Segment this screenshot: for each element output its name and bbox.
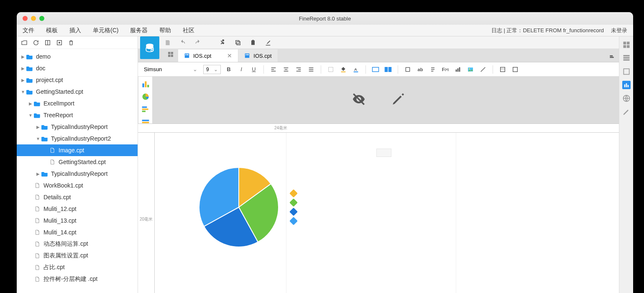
insert-richtext-icon[interactable] bbox=[428, 65, 437, 74]
tree-folder[interactable]: ▶doc bbox=[17, 62, 138, 74]
tree-file[interactable]: WorkBook1.cpt bbox=[17, 180, 138, 191]
menu-insert[interactable]: 插入 bbox=[69, 27, 81, 34]
tab-inactive[interactable]: IOS.cpt bbox=[238, 49, 278, 62]
edit-panel-icon[interactable] bbox=[622, 108, 631, 116]
new-tab-icon[interactable] bbox=[163, 49, 178, 62]
ruler-v-label: 20毫米 bbox=[140, 216, 153, 222]
chart-pie-icon[interactable] bbox=[141, 93, 150, 101]
insert-slope-icon[interactable] bbox=[478, 65, 488, 74]
view1-icon[interactable] bbox=[44, 39, 51, 46]
font-size-selector[interactable]: 9⌄ bbox=[203, 65, 221, 74]
refresh-icon[interactable] bbox=[33, 39, 39, 46]
align-right-icon[interactable] bbox=[294, 65, 303, 74]
tree-folder[interactable]: ▶TypicalIndustryReport bbox=[17, 168, 138, 180]
svg-rect-69 bbox=[627, 85, 629, 87]
insert-image-icon[interactable] bbox=[466, 65, 475, 74]
delete-icon[interactable] bbox=[68, 39, 74, 46]
view2-icon[interactable] bbox=[56, 39, 63, 46]
svg-rect-61 bbox=[623, 45, 626, 48]
tree-folder[interactable]: ▶project.cpt bbox=[17, 74, 138, 86]
visibility-off-icon[interactable] bbox=[352, 92, 366, 108]
tree-folder[interactable]: ▶TypicalIndustryReport bbox=[17, 121, 138, 133]
status-text: 日志 | 正常：DELETE FROM fr_functionrecord bbox=[491, 27, 604, 34]
svg-rect-22 bbox=[341, 71, 346, 72]
svg-rect-30 bbox=[406, 68, 409, 71]
redo-icon[interactable] bbox=[193, 38, 202, 47]
border-icon[interactable] bbox=[326, 65, 335, 74]
tree-file[interactable]: Muliti_12.cpt bbox=[17, 203, 138, 215]
tree-file[interactable]: Muliti_13.cpt bbox=[17, 215, 138, 226]
login-status[interactable]: 未登录 bbox=[611, 27, 627, 34]
tree-file[interactable]: GettingStarted.cpt bbox=[17, 156, 138, 168]
minimize-icon[interactable] bbox=[31, 16, 36, 21]
tree-file[interactable]: Details.cpt bbox=[17, 191, 138, 203]
bold-icon[interactable]: B bbox=[224, 65, 233, 74]
chart-panel-icon[interactable] bbox=[622, 81, 631, 89]
unmerge-icon[interactable] bbox=[383, 65, 393, 74]
tab-overflow-icon[interactable] bbox=[607, 53, 616, 62]
svg-rect-60 bbox=[626, 42, 629, 45]
merge-icon[interactable] bbox=[371, 65, 380, 74]
copy-icon[interactable] bbox=[233, 38, 243, 47]
web-panel-icon[interactable] bbox=[622, 94, 631, 103]
cut-icon[interactable] bbox=[218, 38, 227, 47]
menu-file[interactable]: 文件 bbox=[23, 27, 34, 34]
menu-community[interactable]: 社区 bbox=[183, 27, 194, 34]
underline-icon[interactable]: U bbox=[249, 65, 258, 74]
tree-folder[interactable]: ▶ExcelImport bbox=[17, 98, 138, 109]
tree-folder[interactable]: ▼GettingStarted.cpt bbox=[17, 86, 138, 98]
menu-server[interactable]: 服务器 bbox=[130, 27, 148, 34]
pencil-icon[interactable] bbox=[391, 92, 405, 108]
right-panel-strip bbox=[619, 36, 633, 293]
svg-rect-28 bbox=[388, 67, 392, 72]
insert-formula-icon[interactable]: F(x) bbox=[441, 65, 450, 74]
tree-file[interactable]: Image.cpt bbox=[17, 144, 138, 156]
tree-folder[interactable]: ▼TreeReport bbox=[17, 109, 138, 121]
svg-rect-12 bbox=[171, 52, 173, 54]
italic-icon[interactable]: I bbox=[237, 65, 246, 74]
insert-chart-icon[interactable] bbox=[453, 65, 463, 74]
insert-float-icon[interactable] bbox=[511, 65, 520, 74]
table-panel-icon[interactable] bbox=[622, 54, 631, 62]
tab-active[interactable]: IOS.cpt ✕ bbox=[178, 49, 238, 62]
datasource-icon[interactable] bbox=[140, 36, 159, 59]
insert-cell-icon[interactable] bbox=[403, 65, 412, 74]
empty-cell[interactable] bbox=[376, 149, 391, 157]
tree-file[interactable]: 占比.cpt bbox=[17, 262, 138, 273]
align-left-icon[interactable] bbox=[269, 65, 278, 74]
menu-cell[interactable]: 单元格(C) bbox=[93, 27, 118, 34]
svg-rect-67 bbox=[624, 85, 625, 87]
tree-file[interactable]: 控件树-分层构建 .cpt bbox=[17, 273, 138, 285]
layout-panel-icon[interactable] bbox=[622, 67, 631, 76]
svg-rect-26 bbox=[373, 67, 378, 71]
fill-color-icon[interactable] bbox=[339, 65, 348, 74]
font-selector[interactable]: Simsun⌄ bbox=[141, 66, 200, 72]
svg-rect-39 bbox=[142, 83, 144, 87]
tree-folder[interactable]: ▼TypicalIndustryReport2 bbox=[17, 133, 138, 144]
paste-icon[interactable] bbox=[248, 38, 258, 47]
tree-file[interactable]: Muliti_14.cpt bbox=[17, 226, 138, 238]
open-icon[interactable] bbox=[21, 39, 28, 46]
menu-template[interactable]: 模板 bbox=[46, 27, 58, 34]
font-color-icon[interactable]: A bbox=[351, 65, 360, 74]
chart-bar-icon[interactable] bbox=[141, 105, 150, 113]
file-tree[interactable]: ▶demo▶doc▶project.cpt▼GettingStarted.cpt… bbox=[17, 49, 138, 293]
format-painter-icon[interactable] bbox=[263, 38, 273, 47]
maximize-icon[interactable] bbox=[39, 16, 44, 21]
titlebar[interactable]: FineReport 8.0 stable bbox=[17, 12, 633, 25]
align-justify-icon[interactable] bbox=[307, 65, 316, 74]
tree-file[interactable]: 动态格间运算.cpt bbox=[17, 238, 138, 250]
save-icon[interactable] bbox=[163, 38, 172, 47]
svg-rect-47 bbox=[142, 122, 149, 123]
close-icon[interactable] bbox=[23, 16, 28, 21]
tree-folder[interactable]: ▶demo bbox=[17, 51, 138, 62]
chart-column-icon[interactable] bbox=[141, 80, 150, 88]
undo-icon[interactable] bbox=[178, 38, 187, 47]
menu-help[interactable]: 帮助 bbox=[159, 27, 171, 34]
insert-text-icon[interactable]: ab bbox=[416, 65, 425, 74]
tree-file[interactable]: 图表属性设置.cpt bbox=[17, 250, 138, 262]
insert-subreport-icon[interactable] bbox=[498, 65, 507, 74]
close-tab-icon[interactable]: ✕ bbox=[227, 52, 232, 59]
grid-panel-icon[interactable] bbox=[622, 41, 631, 49]
align-center-icon[interactable] bbox=[281, 65, 291, 74]
